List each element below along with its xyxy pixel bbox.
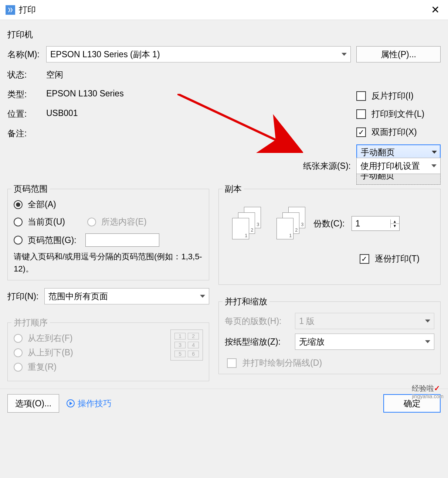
printer-name-value: EPSON L130 Series (副本 1) — [50, 49, 160, 60]
chevron-down-icon — [200, 295, 205, 298]
checkbox-icon — [227, 358, 237, 368]
copies-count-label: 份数(C): — [313, 218, 345, 229]
paper-source-label: 纸张来源(S): — [303, 160, 351, 172]
range-pages-radio[interactable]: 页码范围(G): — [14, 233, 203, 247]
range-all-radio[interactable]: 全部(A) — [14, 199, 203, 210]
page-range-header: 页码范围 — [11, 183, 50, 195]
printer-section-header: 打印机 — [7, 29, 441, 40]
order-diagram: 123456 — [170, 330, 203, 361]
location-label: 位置: — [7, 108, 46, 120]
checkbox-icon-checked — [360, 254, 369, 264]
order-repeat-radio: 重复(R) — [14, 361, 159, 373]
radio-icon — [14, 334, 23, 343]
type-label: 类型: — [7, 89, 46, 100]
range-current-radio[interactable]: 当前页(U) — [14, 216, 65, 228]
radio-icon — [87, 218, 96, 226]
radio-icon — [14, 218, 23, 226]
order-group: 并打顺序 从左到右(F) 从上到下(B) — [7, 322, 209, 381]
range-selection-radio: 所选内容(E) — [87, 216, 147, 228]
checkbox-icon — [356, 109, 366, 119]
copies-header: 副本 — [223, 183, 244, 195]
play-icon — [67, 399, 75, 407]
titlebar: 打印 ✕ — [0, 0, 448, 20]
window-title: 打印 — [19, 4, 428, 16]
page-range-input[interactable] — [85, 233, 159, 247]
chevron-down-icon — [425, 340, 430, 343]
perpage-label: 每页的版数(H): — [225, 315, 295, 327]
close-icon[interactable]: ✕ — [428, 4, 442, 16]
print-what-label: 打印(N): — [7, 291, 44, 302]
duplex-checkbox[interactable]: 双面打印(X) — [356, 126, 441, 138]
page-range-hint: 请键入页码和/或用逗号分隔的页码范围(例如：1,3,5-12)。 — [14, 250, 203, 275]
radio-icon — [14, 348, 23, 357]
checkbox-icon — [356, 91, 366, 101]
status-value: 空闲 — [46, 69, 441, 81]
paper-source-select[interactable]: 使用打印机设置 — [356, 158, 441, 174]
radio-selected-icon — [14, 200, 23, 209]
properties-button[interactable]: 属性(P)... — [356, 46, 441, 62]
print-what-select[interactable]: 范围中所有页面 — [44, 288, 209, 304]
chevron-down-icon — [342, 53, 347, 56]
checkbox-icon-checked — [356, 127, 366, 137]
tips-link[interactable]: 操作技巧 — [67, 398, 112, 409]
chevron-down-icon — [425, 320, 430, 322]
scale-select[interactable]: 无缩放 — [295, 334, 434, 350]
print-to-file-checkbox[interactable]: 打印到文件(L) — [356, 108, 441, 120]
collate-diagram: 321 321 — [225, 207, 302, 240]
mirror-print-checkbox[interactable]: 反片打印(I) — [356, 90, 441, 102]
order-header: 并打顺序 — [11, 317, 50, 328]
chevron-down-icon — [432, 151, 437, 154]
zoom-header: 并打和缩放 — [223, 296, 269, 307]
watermark: 经验啦✓ jingyanla.com — [412, 383, 444, 399]
scale-label: 按纸型缩放(Z): — [225, 336, 295, 348]
status-label: 状态: — [7, 69, 46, 81]
draw-border-checkbox: 并打时绘制分隔线(D) — [227, 357, 434, 369]
radio-icon — [14, 236, 23, 245]
spin-up-icon[interactable]: ▲ — [390, 219, 399, 224]
comment-label: 备注: — [7, 128, 46, 139]
order-lr-radio: 从左到右(F) — [14, 332, 159, 344]
copies-count-input[interactable]: 1 ▲ ▼ — [352, 216, 400, 231]
printer-name-label: 名称(M): — [7, 49, 46, 60]
perpage-select: 1 版 — [295, 313, 434, 329]
options-button[interactable]: 选项(O)... — [7, 394, 59, 413]
order-tb-radio: 从上到下(B) — [14, 347, 159, 358]
page-range-group: 页码范围 全部(A) 当前页(U) 所选内容(E) — [7, 189, 209, 280]
app-icon — [6, 5, 15, 15]
spin-down-icon[interactable]: ▼ — [390, 224, 399, 228]
zoom-group: 并打和缩放 每页的版数(H): 1 版 按纸型缩放(Z): 无缩放 — [218, 301, 441, 374]
chevron-down-icon — [431, 164, 437, 167]
collate-checkbox[interactable]: 逐份打印(T) — [225, 253, 434, 264]
radio-icon — [14, 363, 23, 372]
copies-group: 副本 321 321 份数(C): 1 ▲ ▼ — [218, 189, 441, 285]
printer-name-select[interactable]: EPSON L130 Series (副本 1) — [46, 46, 351, 62]
